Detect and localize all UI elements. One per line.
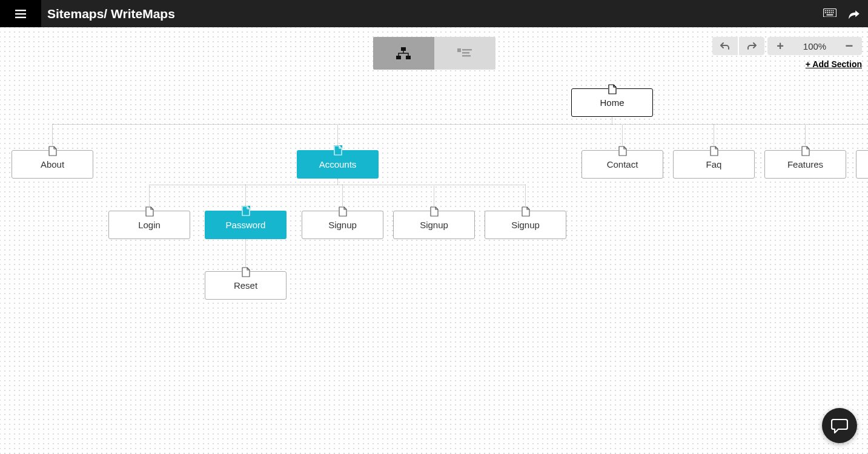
svg-rect-5 <box>827 10 828 11</box>
list-icon <box>455 46 474 61</box>
svg-rect-4 <box>825 10 826 11</box>
add-section-link[interactable]: + Add Section <box>806 59 862 69</box>
sitemap-canvas[interactable]: + 100% − + Add Section Home About Accoun… <box>0 27 868 454</box>
page-icon <box>801 146 810 156</box>
header-actions <box>823 8 861 19</box>
page-icon <box>242 267 250 277</box>
svg-rect-6 <box>829 10 830 11</box>
hamburger-icon <box>15 10 26 18</box>
node-features[interactable]: Features <box>764 150 846 179</box>
svg-rect-10 <box>827 12 828 13</box>
tree-view-button[interactable] <box>373 37 434 70</box>
zoom-out-button[interactable]: − <box>837 37 862 55</box>
connector <box>52 124 868 125</box>
node-signup-1[interactable]: Signup <box>302 211 383 239</box>
svg-rect-12 <box>830 12 832 13</box>
keyboard-icon[interactable] <box>823 8 837 19</box>
node-label: Contact <box>607 159 638 169</box>
share-icon[interactable] <box>847 8 861 19</box>
zoom-in-button[interactable]: + <box>767 37 793 55</box>
svg-rect-19 <box>462 49 472 51</box>
chat-button[interactable] <box>822 408 857 443</box>
page-icon <box>242 206 250 216</box>
svg-rect-7 <box>830 10 832 11</box>
node-home[interactable]: Home <box>571 88 653 117</box>
page-icon <box>339 206 347 217</box>
redo-icon <box>747 42 757 50</box>
node-label: Login <box>138 220 161 230</box>
svg-rect-20 <box>462 52 469 54</box>
undo-icon <box>720 42 730 50</box>
svg-rect-17 <box>406 56 411 59</box>
svg-rect-2 <box>15 16 26 18</box>
node-label: Faq <box>706 159 722 169</box>
svg-rect-1 <box>15 13 26 14</box>
connector <box>149 185 525 185</box>
node-label: Password <box>226 220 266 230</box>
page-icon <box>145 206 154 217</box>
svg-rect-0 <box>15 10 26 11</box>
svg-rect-8 <box>833 10 834 11</box>
svg-rect-16 <box>396 56 401 59</box>
node-contact[interactable]: Contact <box>581 150 663 179</box>
node-password[interactable]: Password <box>205 211 287 239</box>
node-label: Home <box>600 97 624 108</box>
list-view-button[interactable] <box>434 37 495 70</box>
node-signup-3[interactable]: Signup <box>485 211 566 239</box>
page-icon <box>522 206 530 217</box>
node-overflow[interactable] <box>856 150 868 179</box>
page-icon <box>710 146 718 156</box>
page-icon <box>334 145 342 156</box>
node-label: Signup <box>420 220 448 230</box>
node-faq[interactable]: Faq <box>673 150 755 179</box>
app-title: Sitemaps/ WriteMaps <box>47 7 175 21</box>
node-label: Reset <box>234 280 257 291</box>
svg-rect-18 <box>457 48 461 52</box>
node-signup-2[interactable]: Signup <box>393 211 475 239</box>
svg-rect-14 <box>826 14 833 15</box>
node-accounts[interactable]: Accounts <box>297 150 379 179</box>
page-icon <box>430 206 439 217</box>
page-icon <box>48 146 57 156</box>
svg-rect-21 <box>462 55 471 57</box>
app-header: Sitemaps/ WriteMaps <box>0 0 868 27</box>
node-label: Signup <box>328 220 357 230</box>
node-about[interactable]: About <box>12 150 93 179</box>
node-login[interactable]: Login <box>108 211 190 239</box>
node-label: Signup <box>511 220 540 230</box>
connector <box>337 179 338 185</box>
tree-icon <box>394 46 413 61</box>
svg-rect-9 <box>825 12 826 13</box>
page-icon <box>618 146 627 156</box>
svg-rect-11 <box>829 12 830 13</box>
node-label: About <box>41 159 64 169</box>
page-icon <box>608 84 617 94</box>
svg-rect-13 <box>833 12 834 13</box>
node-label: Features <box>787 159 823 169</box>
node-reset[interactable]: Reset <box>205 271 287 300</box>
redo-button[interactable] <box>739 37 764 55</box>
menu-button[interactable] <box>0 0 41 27</box>
zoom-group: + 100% − <box>767 37 862 55</box>
svg-rect-15 <box>401 47 406 51</box>
canvas-tools: + 100% − <box>712 37 862 55</box>
view-switcher <box>373 37 495 70</box>
undo-button[interactable] <box>712 37 738 55</box>
node-label: Accounts <box>319 159 357 169</box>
zoom-level: 100% <box>793 37 837 55</box>
chat-icon <box>831 418 848 433</box>
